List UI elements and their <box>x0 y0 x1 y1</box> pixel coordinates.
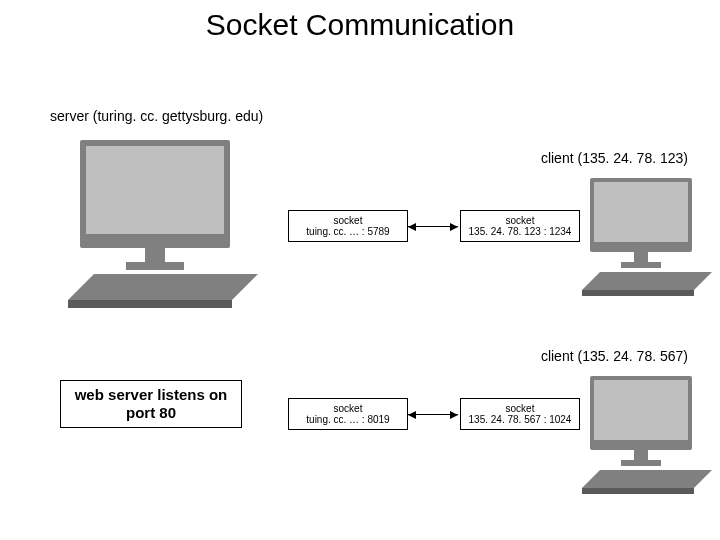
client1-computer-icon <box>590 178 692 252</box>
client1-label: client (135. 24. 78. 123) <box>541 150 688 166</box>
socket-label: socket <box>334 215 363 227</box>
client2-label: client (135. 24. 78. 567) <box>541 348 688 364</box>
socket-addr: 135. 24. 78. 123 : 1234 <box>469 226 572 238</box>
socket-addr: 135. 24. 78. 567 : 1024 <box>469 414 572 426</box>
server-computer-icon <box>80 140 230 248</box>
socket-label: socket <box>506 403 535 415</box>
bidir-arrow-1 <box>408 226 458 227</box>
socket-label: socket <box>334 403 363 415</box>
bidir-arrow-2 <box>408 414 458 415</box>
client2-computer-icon <box>590 376 692 450</box>
page-title: Socket Communication <box>0 8 720 42</box>
socket-server-to-client2: socket tuing. cc. … : 8019 <box>288 398 408 430</box>
socket-addr: tuing. cc. … : 8019 <box>306 414 389 426</box>
socket-label: socket <box>506 215 535 227</box>
socket-client2: socket 135. 24. 78. 567 : 1024 <box>460 398 580 430</box>
socket-server-to-client1: socket tuing. cc. … : 5789 <box>288 210 408 242</box>
server-label: server (turing. cc. gettysburg. edu) <box>50 108 263 124</box>
socket-addr: tuing. cc. … : 5789 <box>306 226 389 238</box>
server-port-note: web server listens on port 80 <box>60 380 242 428</box>
socket-client1: socket 135. 24. 78. 123 : 1234 <box>460 210 580 242</box>
